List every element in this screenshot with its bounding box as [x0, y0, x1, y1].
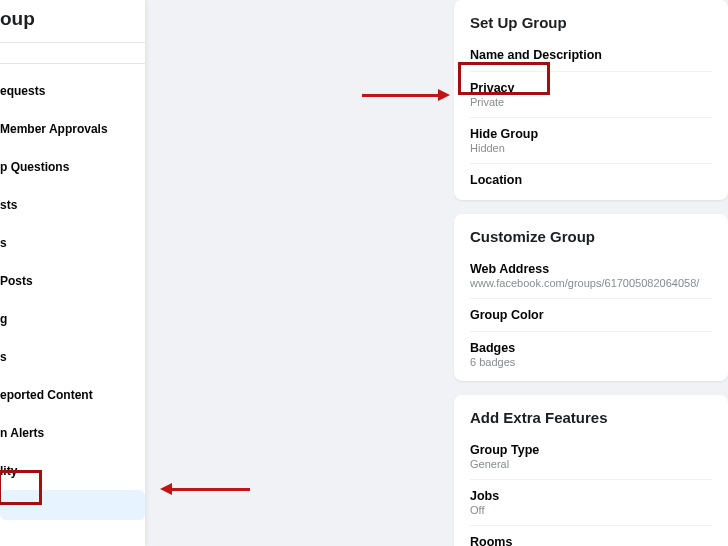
annotation-arrow-right — [362, 90, 452, 102]
sidebar-title-underline — [0, 42, 145, 43]
sidebar-item-requests[interactable]: equests — [0, 72, 145, 110]
sidebar-item-g[interactable]: g — [0, 300, 145, 338]
row-value: Hidden — [470, 142, 712, 154]
sidebar-item-questions[interactable]: p Questions — [0, 148, 145, 186]
row-label: Rooms — [470, 535, 712, 546]
row-hide-group[interactable]: Hide Group Hidden — [470, 117, 712, 163]
row-rooms[interactable]: Rooms On — [470, 525, 712, 546]
card-setup-group: Set Up Group Name and Description Privac… — [454, 0, 728, 200]
card-title-extra: Add Extra Features — [470, 409, 712, 426]
sidebar-divider — [0, 63, 145, 64]
row-value: 6 badges — [470, 356, 712, 368]
sidebar-title: oup — [0, 0, 145, 42]
card-title-customize: Customize Group — [470, 228, 712, 245]
row-location[interactable]: Location — [470, 163, 712, 196]
card-title-setup: Set Up Group — [470, 14, 712, 31]
row-name-description[interactable]: Name and Description — [470, 39, 712, 71]
row-group-type[interactable]: Group Type General — [470, 434, 712, 479]
sidebar-item-posts[interactable]: sts — [0, 186, 145, 224]
row-label: Privacy — [470, 81, 712, 95]
card-customize-group: Customize Group Web Address www.facebook… — [454, 214, 728, 381]
row-group-color[interactable]: Group Color — [470, 298, 712, 331]
sidebar-item-s1[interactable]: s — [0, 224, 145, 262]
row-label: Location — [470, 173, 712, 187]
sidebar: oup equests Member Approvals p Questions… — [0, 0, 145, 546]
sidebar-item-s2[interactable]: s — [0, 338, 145, 376]
sidebar-item-posts2[interactable]: Posts — [0, 262, 145, 300]
row-label: Name and Description — [470, 48, 712, 62]
arrow-head-icon — [438, 89, 450, 101]
row-jobs[interactable]: Jobs Off — [470, 479, 712, 525]
row-badges[interactable]: Badges 6 badges — [470, 331, 712, 377]
row-label: Group Color — [470, 308, 712, 322]
row-value: Off — [470, 504, 712, 516]
row-web-address[interactable]: Web Address www.facebook.com/groups/6170… — [470, 253, 712, 298]
sidebar-item-alerts[interactable]: n Alerts — [0, 414, 145, 452]
arrow-head-icon — [160, 483, 172, 495]
row-label: Hide Group — [470, 127, 712, 141]
row-value: Private — [470, 96, 712, 108]
arrow-line — [172, 488, 250, 491]
row-value: General — [470, 458, 712, 470]
sidebar-item-lity[interactable]: lity — [0, 452, 145, 490]
sidebar-item-reported-content[interactable]: eported Content — [0, 376, 145, 414]
card-extra-features: Add Extra Features Group Type General Jo… — [454, 395, 728, 546]
arrow-line — [362, 94, 440, 97]
sidebar-item-selected[interactable] — [0, 490, 145, 520]
sidebar-item-member-approvals[interactable]: Member Approvals — [0, 110, 145, 148]
row-label: Badges — [470, 341, 712, 355]
row-label: Jobs — [470, 489, 712, 503]
row-label: Web Address — [470, 262, 712, 276]
row-privacy[interactable]: Privacy Private — [470, 71, 712, 117]
row-value: www.facebook.com/groups/617005082064058/ — [470, 277, 712, 289]
row-label: Group Type — [470, 443, 712, 457]
settings-cards: Set Up Group Name and Description Privac… — [454, 0, 728, 546]
annotation-arrow-left — [160, 484, 250, 496]
